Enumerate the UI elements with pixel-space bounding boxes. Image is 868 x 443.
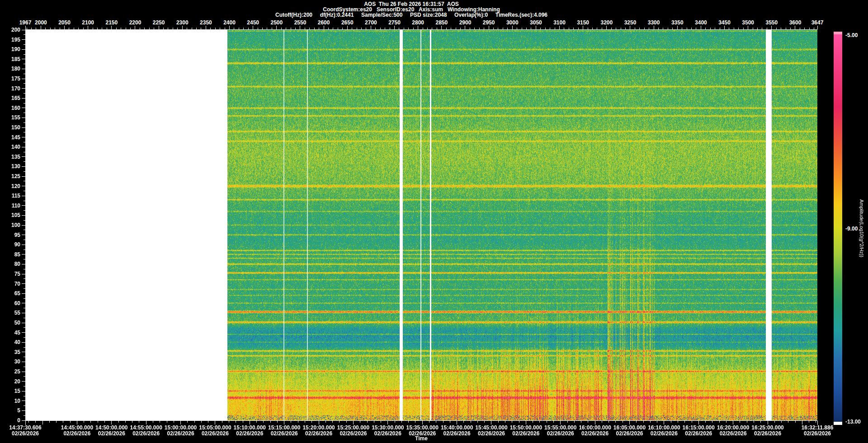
top-axis-minor-tick (243, 28, 244, 29)
bottom-axis-date-label: 02/26/2026 (754, 431, 781, 436)
left-axis-minor-tick (24, 152, 25, 152)
top-axis-major-tick (630, 26, 630, 29)
bottom-axis-minor-tick (401, 421, 402, 423)
top-axis-minor-tick (107, 28, 107, 29)
top-axis-minor-tick (399, 28, 399, 29)
left-axis-minor-tick (24, 103, 25, 104)
top-axis-minor-tick (225, 28, 225, 29)
left-axis-minor-tick (24, 318, 25, 318)
spectrogram-plot[interactable] (25, 30, 817, 420)
top-axis-label: 2450 (247, 20, 259, 25)
top-axis-minor-tick (60, 28, 60, 29)
bottom-axis-minor-tick (84, 421, 84, 423)
top-axis-minor-tick (404, 28, 404, 29)
bottom-axis-time-label: 16:32:11.886 (802, 425, 834, 430)
bottom-axis-major-tick (215, 421, 215, 424)
left-axis-label: 80 (4, 261, 20, 267)
top-axis-minor-tick (116, 28, 117, 29)
top-axis-minor-tick (215, 28, 216, 29)
top-axis-label: 1967 (19, 20, 32, 25)
top-axis-minor-tick (592, 28, 593, 29)
bottom-axis-minor-tick (374, 421, 374, 423)
top-axis-label: 2000 (35, 20, 47, 25)
top-axis-major-tick (748, 26, 748, 29)
bottom-axis-date-label: 02/26/2026 (305, 431, 332, 436)
top-axis-minor-tick (757, 28, 758, 29)
left-axis-major-tick (22, 196, 25, 196)
top-axis-label: 3600 (789, 20, 802, 25)
top-axis-label: 2250 (153, 20, 165, 25)
top-axis-minor-tick (272, 28, 272, 29)
bottom-axis-minor-tick (153, 421, 153, 423)
left-axis-minor-tick (24, 142, 25, 142)
top-axis-label: 2850 (435, 20, 448, 25)
top-axis-minor-tick (36, 28, 36, 29)
bottom-axis-minor-tick (512, 421, 512, 423)
bottom-axis-minor-tick (553, 421, 554, 423)
left-axis-minor-tick (24, 327, 25, 328)
colorbar-tick-label-max: -5.00 (845, 33, 858, 38)
left-axis-major-tick (22, 323, 25, 323)
bottom-axis-major-tick (284, 421, 284, 424)
bottom-axis-minor-tick (408, 421, 409, 423)
top-axis-minor-tick (328, 28, 329, 29)
bottom-axis-minor-tick (754, 421, 754, 423)
bottom-axis-major-tick (146, 421, 146, 424)
left-axis-minor-tick (24, 201, 25, 201)
bottom-axis-minor-tick (678, 421, 678, 423)
bottom-axis-minor-tick (609, 421, 609, 423)
bottom-axis-time-label: 15:40:00.000 (441, 425, 473, 430)
left-axis-label: 20 (4, 379, 20, 384)
bottom-axis-minor-tick (305, 421, 305, 423)
left-axis-label: 55 (4, 310, 20, 316)
left-axis-minor-tick (24, 113, 25, 113)
top-axis-label: 3250 (624, 20, 637, 25)
top-axis-minor-tick (210, 28, 211, 29)
top-axis-minor-tick (352, 28, 352, 29)
left-axis-label: 40 (4, 339, 20, 345)
top-axis-minor-tick (767, 28, 767, 29)
bottom-axis-date-label: 02/26/2026 (132, 431, 160, 436)
top-axis-minor-tick (333, 28, 333, 29)
top-axis-minor-tick (366, 28, 366, 29)
top-axis-minor-tick (550, 28, 550, 29)
bottom-axis-time-label: 14:50:00.000 (95, 425, 127, 430)
bottom-axis-major-tick (457, 421, 457, 424)
left-axis-label: 180 (4, 66, 20, 71)
top-axis-minor-tick (126, 28, 126, 29)
top-axis-label: 2550 (294, 20, 307, 25)
left-axis-minor-tick (24, 191, 25, 191)
left-axis-major-tick (22, 137, 25, 137)
top-axis-label: 2050 (58, 20, 71, 25)
top-axis-minor-tick (738, 28, 739, 29)
top-axis-major-tick (276, 26, 277, 29)
left-axis-label: 5 (4, 408, 20, 413)
top-axis-minor-tick (239, 28, 239, 29)
bottom-axis-minor-tick (201, 421, 202, 423)
bottom-axis-major-tick (180, 421, 181, 424)
left-axis-major-tick (22, 332, 25, 333)
bottom-axis-minor-tick (104, 421, 105, 423)
bottom-axis-minor-tick (63, 421, 63, 423)
bottom-axis-major-tick (802, 421, 802, 424)
top-axis-major-tick (418, 26, 418, 29)
top-axis-minor-tick (342, 28, 343, 29)
left-axis-label: 90 (4, 242, 20, 247)
bottom-axis-minor-tick (816, 421, 816, 423)
bottom-axis-major-tick (422, 421, 423, 424)
bottom-axis-time-label: 16:25:00.000 (751, 425, 783, 430)
bottom-axis-minor-tick (533, 421, 533, 423)
top-axis-minor-tick (305, 28, 305, 29)
left-axis-label: 105 (4, 212, 20, 218)
top-axis-minor-tick (446, 28, 447, 29)
top-axis-minor-tick (220, 28, 220, 29)
bottom-axis-minor-tick (705, 421, 706, 423)
top-axis-minor-tick (814, 28, 814, 29)
bottom-axis-time-label: 15:15:00.000 (268, 425, 300, 430)
top-axis-major-tick (111, 26, 112, 29)
bottom-axis-minor-tick (298, 421, 298, 423)
top-axis-minor-tick (69, 28, 69, 29)
bottom-axis-minor-tick (747, 421, 747, 423)
top-axis-minor-tick (163, 28, 164, 29)
top-axis-major-tick (88, 26, 88, 29)
